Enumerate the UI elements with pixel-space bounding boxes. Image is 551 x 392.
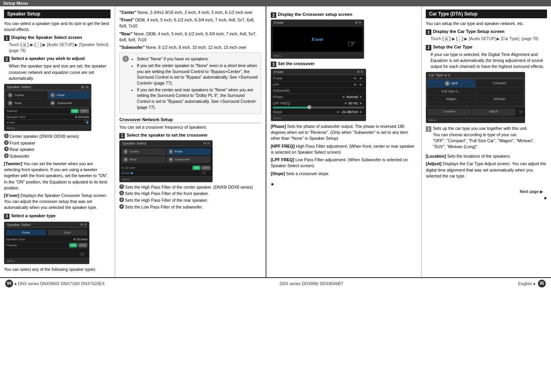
- tweeter-onoff[interactable]: ON OFF: [71, 109, 89, 113]
- cs-items-list: 1 Sets the High Pass Filter of the cente…: [119, 184, 261, 210]
- ct-step2-body: If your car type is selected, the Digita…: [426, 52, 547, 70]
- cs-item-desc-3: 3 Sets the High Pass Filter of the rear …: [119, 197, 261, 203]
- cs-item-desc-4: 4 Sets the Low Pass Filter of the subwoo…: [119, 204, 261, 210]
- ct-wagon[interactable]: Wagon: [427, 95, 475, 102]
- nc-2: 2: [50, 93, 55, 98]
- ct-note1: 1 Sets up the car type you use together …: [426, 126, 547, 151]
- crossover-display-screen: X'over ⊞ ⊟ X'over ☞ Menu: [271, 19, 364, 59]
- note-list: Select "None" if you have no speakers. I…: [132, 56, 258, 110]
- ct-step1-heading: 1 Display the Car Type Setup screen: [426, 29, 547, 35]
- nc-4: 4: [50, 100, 55, 106]
- ct-empty2: [427, 103, 475, 106]
- cs2-num: 2: [271, 12, 276, 18]
- cs-item-3[interactable]: 3Rear: [121, 156, 166, 163]
- cs-item-2[interactable]: 2Front: [167, 148, 211, 155]
- xover-desc: [X'over] Displays the Speaker Crossover …: [4, 193, 111, 211]
- speaker-item-4: 4 Subwoofer: [4, 153, 111, 159]
- xr-lpffreq: LPF FREQ ◄ 60 Hz ►: [271, 100, 366, 106]
- ct-adjust-desc: [Adjust] Displays the Car Type Adjust sc…: [426, 161, 547, 179]
- page-num-left: 94 ● DNX series DNX9960/ DNX7160/ DNX702…: [4, 280, 105, 288]
- ct-empty3: [475, 103, 524, 106]
- cursor-hand-4: ☞: [347, 38, 356, 49]
- ss-item-sub[interactable]: 4 Subwoofer: [48, 99, 90, 107]
- lpf-desc: [LPF FREQ] Low Pass Filter adjustment. (…: [271, 157, 417, 169]
- speaker-setup-intro: You can select a speaker type and its si…: [4, 21, 111, 33]
- slope-desc: [Slope] Sets a crossover slope.: [271, 171, 417, 177]
- step1-touch: Touch [⊞] ▶ [♪] ▶ [Audio SETUP] ▶ [Speak…: [4, 42, 111, 54]
- crossover-set-screen: X'over ⊞ ⊟ X'over ◄ ► LPF ◄ ► Subwo: [271, 69, 366, 121]
- xr-lpf: LPF ◄ ►: [271, 81, 366, 88]
- speaker-item-2: 2 Front speaker: [4, 140, 111, 146]
- speaker-front-btn[interactable]: Front: [6, 230, 46, 236]
- xr-slope: Slope ◄ -24 dB/Oct ►: [271, 109, 366, 115]
- ct-bottom-row: Location Adjust ☞: [426, 107, 525, 117]
- page-header: Setup Menu: [0, 0, 551, 6]
- step3-label: Select a speaker type: [11, 213, 56, 218]
- ss-footer: Menu: [4, 125, 91, 131]
- rear-opt: "Rear" None, OEM, 4 inch, 5 inch, 6-1/2 …: [119, 31, 261, 43]
- speaker-rear-btn[interactable]: Rear: [48, 230, 88, 236]
- speaker-setup-title: Speaker Setup: [4, 10, 111, 18]
- tweeter-on-btn[interactable]: ON: [71, 109, 79, 113]
- next-page-label: Next page ▶: [426, 189, 547, 195]
- step2-heading: 2 Select a speaker you wish to adjust: [4, 56, 111, 62]
- speaker-item-1: 1 Center speaker (DNX9/ DDX8 series): [4, 133, 111, 139]
- page-footer: 94 ● DNX series DNX9960/ DNX7160/ DNX702…: [0, 277, 551, 289]
- cs-item-1[interactable]: 1Center: [121, 148, 166, 155]
- ct-grid: 1 OFF Compact Full Size C... Wagon Miniv…: [426, 78, 525, 107]
- ct-minivan[interactable]: Minivan: [475, 95, 524, 102]
- tweeter-onoff-2[interactable]: ON OFF: [69, 243, 87, 247]
- car-type-intro: You can setup the car type and speaker n…: [426, 21, 547, 27]
- cursor-hand-2: ☞: [80, 251, 85, 258]
- footer-right: English ● 95: [518, 280, 547, 288]
- ss-item-center[interactable]: 1 Center: [6, 91, 48, 99]
- note-box: i Select "None" if you have no speakers.…: [119, 52, 261, 114]
- cs-item-desc-1: 1 Sets the High Pass Filter of the cente…: [119, 184, 261, 190]
- ct2-num: 2: [426, 45, 431, 50]
- ss-item-rear[interactable]: 3 Rear: [6, 99, 48, 107]
- step1-num: 1: [4, 35, 10, 41]
- cs3-num: 3: [271, 62, 276, 67]
- ct-off[interactable]: 1 OFF: [427, 79, 475, 87]
- cursor-hand-5: ☞: [518, 108, 524, 116]
- tweeter-desc: [Tweeter] You can set the tweeter when y…: [4, 161, 111, 191]
- step2-label: Select a speaker you wish to adjust: [11, 56, 85, 61]
- ct-adjust-btn[interactable]: Adjust: [471, 108, 516, 116]
- ss-header: Speaker Select ⊞ ⊟: [4, 84, 91, 90]
- ct-location-desc: [Location] Sets the locations of the spe…: [426, 153, 547, 159]
- header-title: Setup Menu: [3, 1, 28, 6]
- bullet-marker: ●: [271, 181, 417, 187]
- step2-body: When the speaker type and size are set, …: [4, 63, 111, 81]
- step3-num: 3: [4, 214, 10, 219]
- ct-compact[interactable]: Compact: [475, 79, 524, 87]
- ct-step1-touch: Touch [⊞] ▶ [♪] ▶ [Audio SETUP] ▶ [Car T…: [426, 36, 547, 42]
- cs1-num: 1: [119, 133, 125, 139]
- step1-label: Display the Speaker Select screen: [11, 35, 82, 40]
- next-page-area: Next page ▶: [426, 181, 547, 195]
- col-speaker-types: "Center" None, 2-3/4x1-9/16 inch, 2 inch…: [115, 6, 266, 277]
- speaker-item-3: 3 Rear speaker: [4, 147, 111, 153]
- front-opt: "Front" OEM, 4 inch, 5 inch, 6-1/2 inch,…: [119, 17, 261, 29]
- slider-track[interactable]: [273, 107, 364, 108]
- ss2-header: Speaker Select ⊞ ⊟: [4, 222, 89, 228]
- ss-item-front[interactable]: 2 Front: [48, 91, 90, 99]
- car-type-title: Car Type (DTA) Setup: [426, 10, 547, 18]
- crossover-step2-heading: 2 Display the Crossover setup screen: [271, 12, 417, 18]
- xs2-header: X'over ⊞ ⊟: [271, 69, 366, 75]
- speaker-list: 1 Center speaker (DNX9/ DDX8 series) 2 F…: [4, 133, 111, 159]
- crossover-intro: You can set a crossover frequency of spe…: [119, 124, 261, 130]
- cs-item-4[interactable]: 4Subwoofer: [167, 156, 211, 163]
- xs-header: Speaker Select ⊞ ⊟: [120, 141, 212, 147]
- ss-title: Speaker Select: [7, 85, 31, 89]
- ct-fullsize[interactable]: Full Size C...: [427, 88, 475, 95]
- ct-location-btn[interactable]: Location: [427, 108, 471, 116]
- xr-phase: Phase ◄ Normal ►: [271, 94, 366, 100]
- ct1-num: 1: [426, 29, 431, 35]
- step3-body: You can select any of the following spea…: [4, 266, 111, 272]
- tweeter-off-btn[interactable]: OFF: [80, 109, 89, 113]
- s2-head: X'over ⊞ ⊟: [271, 20, 364, 26]
- sub-opt: "Subwoofer" None, 6 1/2 inch, 8 inch, 10…: [119, 44, 261, 50]
- crossover-speaker-screen: Speaker Select ⊞ ⊟ 1Center 2Front 3Rear: [119, 140, 213, 182]
- page-wrapper: Setup Menu Speaker Setup You can select …: [0, 0, 551, 289]
- note-icon: i: [122, 56, 129, 62]
